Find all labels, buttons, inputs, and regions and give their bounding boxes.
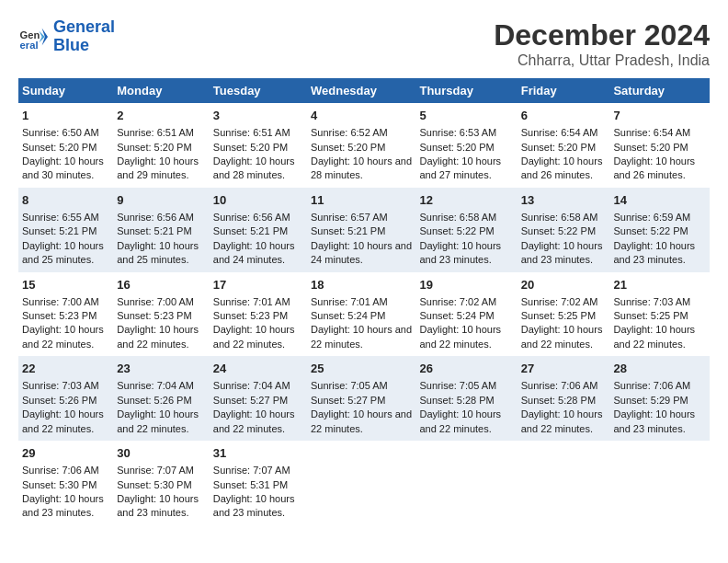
sunrise-label: Sunrise: 6:52 AM bbox=[311, 127, 388, 138]
sunset-label: Sunset: 5:26 PM bbox=[117, 395, 191, 406]
day-number: 5 bbox=[419, 108, 513, 124]
calendar-cell: 11Sunrise: 6:57 AMSunset: 5:21 PMDayligh… bbox=[307, 188, 415, 272]
day-number: 8 bbox=[22, 192, 109, 209]
sunset-label: Sunset: 5:22 PM bbox=[419, 225, 494, 236]
calendar-cell: 13Sunrise: 6:58 AMSunset: 5:22 PMDayligh… bbox=[518, 188, 610, 272]
daylight-label: Daylight: 10 hours and 23 minutes. bbox=[213, 493, 295, 518]
sunset-label: Sunset: 5:30 PM bbox=[22, 479, 97, 490]
daylight-label: Daylight: 10 hours and 22 minutes. bbox=[521, 408, 603, 433]
calendar-cell: 10Sunrise: 6:56 AMSunset: 5:21 PMDayligh… bbox=[210, 188, 307, 272]
sunrise-label: Sunrise: 6:59 AM bbox=[613, 212, 690, 223]
sunrise-label: Sunrise: 7:05 AM bbox=[419, 380, 496, 391]
day-number: 27 bbox=[521, 361, 607, 377]
day-number: 14 bbox=[613, 192, 706, 209]
sunset-label: Sunset: 5:20 PM bbox=[613, 142, 688, 153]
daylight-label: Daylight: 10 hours and 23 minutes. bbox=[117, 493, 199, 518]
daylight-label: Daylight: 10 hours and 26 minutes. bbox=[521, 155, 603, 180]
sunset-label: Sunset: 5:26 PM bbox=[22, 395, 97, 406]
day-number: 30 bbox=[117, 445, 206, 462]
sunset-label: Sunset: 5:23 PM bbox=[22, 310, 97, 321]
sunset-label: Sunset: 5:28 PM bbox=[419, 395, 494, 406]
day-number: 31 bbox=[213, 445, 303, 462]
sunrise-label: Sunrise: 7:07 AM bbox=[213, 465, 290, 476]
daylight-label: Daylight: 10 hours and 22 minutes. bbox=[419, 408, 501, 433]
calendar-cell: 1Sunrise: 6:50 AMSunset: 5:20 PMDaylight… bbox=[18, 103, 113, 188]
sunrise-label: Sunrise: 6:51 AM bbox=[117, 127, 194, 138]
calendar-cell: 17Sunrise: 7:01 AMSunset: 5:23 PMDayligh… bbox=[210, 272, 307, 357]
calendar-cell: 2Sunrise: 6:51 AMSunset: 5:20 PMDaylight… bbox=[113, 103, 210, 188]
sunrise-label: Sunrise: 6:56 AM bbox=[117, 212, 194, 223]
sunrise-label: Sunrise: 6:51 AM bbox=[213, 127, 290, 138]
sunrise-label: Sunrise: 7:00 AM bbox=[22, 296, 99, 307]
calendar-body: 1Sunrise: 6:50 AMSunset: 5:20 PMDaylight… bbox=[18, 103, 710, 525]
calendar-cell: 21Sunrise: 7:03 AMSunset: 5:25 PMDayligh… bbox=[609, 272, 710, 357]
daylight-label: Daylight: 10 hours and 29 minutes. bbox=[117, 155, 199, 180]
sunrise-label: Sunrise: 6:53 AM bbox=[419, 127, 496, 138]
day-number: 29 bbox=[22, 445, 109, 462]
calendar-cell bbox=[518, 441, 610, 525]
calendar-cell: 19Sunrise: 7:02 AMSunset: 5:24 PMDayligh… bbox=[415, 272, 517, 357]
day-number: 9 bbox=[117, 192, 206, 209]
sunrise-label: Sunrise: 6:57 AM bbox=[311, 212, 388, 223]
daylight-label: Daylight: 10 hours and 22 minutes. bbox=[613, 324, 695, 349]
subtitle: Chharra, Uttar Pradesh, India bbox=[494, 52, 710, 69]
day-number: 13 bbox=[521, 192, 607, 209]
col-saturday: Saturday bbox=[609, 78, 710, 103]
header-row: Sunday Monday Tuesday Wednesday Thursday… bbox=[18, 78, 710, 103]
daylight-label: Daylight: 10 hours and 22 minutes. bbox=[311, 408, 412, 433]
title-block: December 2024 Chharra, Uttar Pradesh, In… bbox=[494, 18, 710, 69]
daylight-label: Daylight: 10 hours and 24 minutes. bbox=[213, 240, 295, 265]
calendar-cell: 25Sunrise: 7:05 AMSunset: 5:27 PMDayligh… bbox=[307, 356, 415, 441]
sunrise-label: Sunrise: 7:05 AM bbox=[311, 380, 388, 391]
calendar-cell: 9Sunrise: 6:56 AMSunset: 5:21 PMDaylight… bbox=[113, 188, 210, 272]
calendar-cell: 3Sunrise: 6:51 AMSunset: 5:20 PMDaylight… bbox=[210, 103, 307, 188]
page-header: Gen eral General Blue December 2024 Chha… bbox=[18, 18, 710, 69]
calendar-cell bbox=[415, 441, 517, 525]
day-number: 16 bbox=[117, 277, 206, 293]
daylight-label: Daylight: 10 hours and 28 minutes. bbox=[311, 155, 412, 180]
day-number: 24 bbox=[213, 361, 303, 377]
sunrise-label: Sunrise: 7:03 AM bbox=[613, 296, 690, 307]
calendar-week-5: 29Sunrise: 7:06 AMSunset: 5:30 PMDayligh… bbox=[18, 441, 710, 525]
sunset-label: Sunset: 5:25 PM bbox=[521, 310, 596, 321]
daylight-label: Daylight: 10 hours and 25 minutes. bbox=[22, 240, 104, 265]
calendar-cell: 5Sunrise: 6:53 AMSunset: 5:20 PMDaylight… bbox=[415, 103, 517, 188]
sunset-label: Sunset: 5:21 PM bbox=[311, 225, 385, 236]
day-number: 15 bbox=[22, 277, 109, 293]
col-monday: Monday bbox=[113, 78, 210, 103]
sunset-label: Sunset: 5:23 PM bbox=[117, 310, 191, 321]
sunset-label: Sunset: 5:20 PM bbox=[213, 142, 288, 153]
day-number: 18 bbox=[311, 277, 412, 293]
daylight-label: Daylight: 10 hours and 24 minutes. bbox=[311, 240, 412, 265]
sunset-label: Sunset: 5:21 PM bbox=[117, 225, 191, 236]
sunrise-label: Sunrise: 7:02 AM bbox=[521, 296, 598, 307]
day-number: 3 bbox=[213, 108, 303, 124]
sunrise-label: Sunrise: 6:56 AM bbox=[213, 212, 290, 223]
daylight-label: Daylight: 10 hours and 27 minutes. bbox=[419, 155, 501, 180]
calendar-cell: 20Sunrise: 7:02 AMSunset: 5:25 PMDayligh… bbox=[518, 272, 610, 357]
main-title: December 2024 bbox=[494, 18, 710, 52]
day-number: 7 bbox=[613, 108, 706, 124]
sunrise-label: Sunrise: 6:50 AM bbox=[22, 127, 99, 138]
sunrise-label: Sunrise: 6:58 AM bbox=[521, 212, 598, 223]
daylight-label: Daylight: 10 hours and 26 minutes. bbox=[613, 155, 695, 180]
sunset-label: Sunset: 5:20 PM bbox=[311, 142, 385, 153]
sunrise-label: Sunrise: 6:55 AM bbox=[22, 212, 99, 223]
daylight-label: Daylight: 10 hours and 22 minutes. bbox=[22, 408, 104, 433]
daylight-label: Daylight: 10 hours and 25 minutes. bbox=[117, 240, 199, 265]
calendar-cell: 16Sunrise: 7:00 AMSunset: 5:23 PMDayligh… bbox=[113, 272, 210, 357]
calendar-cell: 18Sunrise: 7:01 AMSunset: 5:24 PMDayligh… bbox=[307, 272, 415, 357]
calendar-cell: 22Sunrise: 7:03 AMSunset: 5:26 PMDayligh… bbox=[18, 356, 113, 441]
daylight-label: Daylight: 10 hours and 22 minutes. bbox=[117, 324, 199, 349]
sunset-label: Sunset: 5:23 PM bbox=[213, 310, 288, 321]
sunrise-label: Sunrise: 7:04 AM bbox=[117, 380, 194, 391]
sunrise-label: Sunrise: 6:58 AM bbox=[419, 212, 496, 223]
logo: Gen eral General Blue bbox=[18, 18, 115, 55]
calendar-cell: 6Sunrise: 6:54 AMSunset: 5:20 PMDaylight… bbox=[518, 103, 610, 188]
calendar-cell: 24Sunrise: 7:04 AMSunset: 5:27 PMDayligh… bbox=[210, 356, 307, 441]
sunrise-label: Sunrise: 7:06 AM bbox=[521, 380, 598, 391]
sunset-label: Sunset: 5:20 PM bbox=[117, 142, 191, 153]
sunrise-label: Sunrise: 7:04 AM bbox=[213, 380, 290, 391]
col-tuesday: Tuesday bbox=[210, 78, 307, 103]
calendar-cell: 8Sunrise: 6:55 AMSunset: 5:21 PMDaylight… bbox=[18, 188, 113, 272]
